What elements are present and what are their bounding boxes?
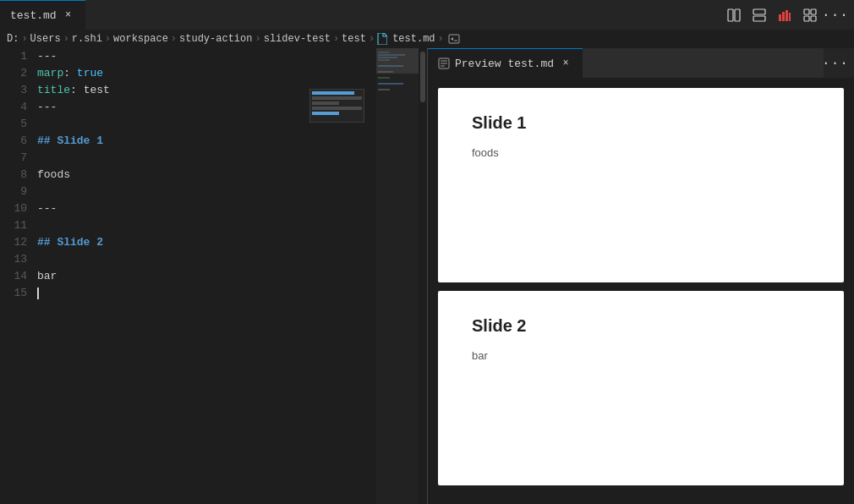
scrollbar-thumb[interactable] [420,52,425,102]
slide-2-title: Slide 2 [472,316,810,336]
code-line-10: --- [37,200,376,217]
tabs-bar: test.md × [0,0,854,30]
svg-rect-2 [753,9,765,14]
svg-rect-4 [779,14,781,21]
slide-1-title: Slide 1 [472,113,810,133]
code-line-8: foods [37,167,376,184]
minimap-bg [376,48,419,504]
svg-rect-0 [728,9,733,21]
tabs-left: test.md × [0,0,85,30]
svg-rect-10 [804,16,809,21]
preview-content[interactable]: Slide 1 foods Slide 2 bar [428,78,854,504]
chart-bar-button[interactable] [773,3,797,27]
svg-rect-7 [789,13,791,21]
svg-rect-6 [786,10,788,21]
code-line-15 [37,285,376,302]
preview-more-button[interactable]: ··· [824,52,847,75]
code-line-12: ## Slide 2 [37,234,376,251]
slide-card-1: Slide 1 foods [438,88,844,282]
code-line-11 [37,217,376,234]
main-area: 1 2 3 4 5 6 7 8 9 10 11 12 13 14 15 --- … [0,48,854,504]
vertical-scrollbar[interactable] [419,48,427,504]
editor-tab[interactable]: test.md × [0,0,85,30]
tab-close-editor[interactable]: × [62,8,75,22]
code-line-7 [37,150,376,167]
breadcrumb-file[interactable]: test.md [392,33,435,45]
code-line-14: bar [37,268,376,285]
svg-rect-3 [753,16,765,21]
code-line-2: marp: true [37,65,376,82]
breadcrumb: D: › Users › r.shi › workspace › study-a… [0,30,854,48]
svg-rect-11 [811,16,816,21]
preview-tab-bar: Preview test.md × ··· [428,48,854,78]
preview-icon [438,58,450,69]
slide-2-body: bar [472,349,810,362]
svg-rect-5 [782,12,785,21]
tab-label: test.md [10,9,57,22]
code-line-13 [37,251,376,268]
slide-card-2: Slide 2 bar [438,291,844,485]
breadcrumb-test[interactable]: test [342,33,366,45]
editor-toolbar-actions: ··· [722,3,854,27]
preview-tab[interactable]: Preview test.md × [428,48,583,78]
code-line-9 [37,184,376,200]
preview-more-actions: ··· [824,52,854,75]
svg-rect-9 [811,9,816,14]
preview-tab-label: Preview test.md [455,58,554,70]
split-editor-right-button[interactable] [722,3,746,27]
more-actions-button[interactable]: ··· [824,3,847,27]
breadcrumb-workspace[interactable]: workspace [113,33,168,45]
breadcrumb-rshi[interactable]: r.shi [72,33,102,45]
svg-rect-8 [804,9,809,14]
code-line-1: --- [37,48,376,65]
split-editor-down-button[interactable] [747,3,771,27]
breadcrumb-study-action[interactable]: study-action [179,33,252,45]
minimap-viewport-highlight [376,48,419,74]
editor-layout-button[interactable] [798,3,822,27]
editor-content[interactable]: 1 2 3 4 5 6 7 8 9 10 11 12 13 14 15 --- … [0,48,427,504]
slide-1-body: foods [472,146,810,159]
editor-pane: 1 2 3 4 5 6 7 8 9 10 11 12 13 14 15 --- … [0,48,427,504]
file-icon [377,33,387,45]
svg-rect-1 [735,9,740,21]
code-line-6: ## Slide 1 [37,133,376,150]
line-numbers: 1 2 3 4 5 6 7 8 9 10 11 12 13 14 15 [0,48,34,504]
preview-pane: Preview test.md × ··· Slide 1 foods Slid… [428,48,854,504]
terminal-icon [448,33,460,45]
breadcrumb-users[interactable]: Users [30,33,61,45]
minimap [376,48,419,504]
breadcrumb-slidev-test[interactable]: slidev-test [264,33,331,45]
svg-rect-12 [449,35,459,43]
minimap-popup [309,89,364,123]
breadcrumb-d[interactable]: D: [7,33,19,45]
preview-tab-close[interactable]: × [559,57,572,70]
code-editor[interactable]: --- marp: true title: test --- ## Slide … [34,48,376,504]
